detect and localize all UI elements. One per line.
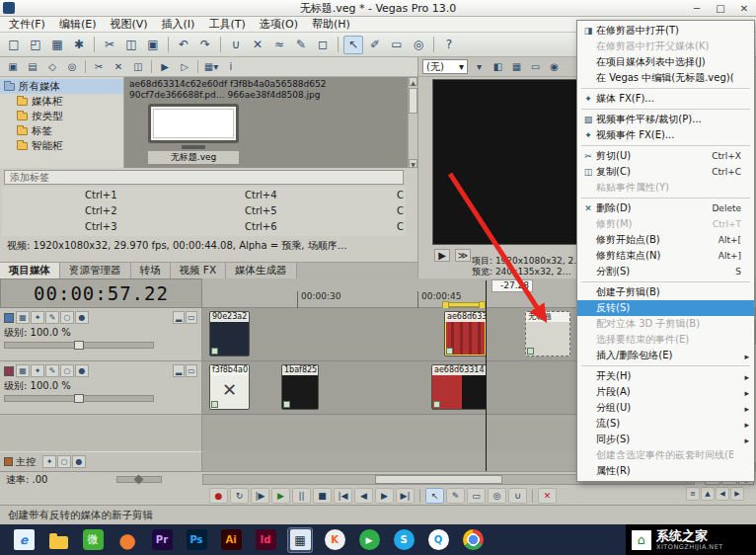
mute-icon[interactable]: ○ bbox=[60, 311, 74, 324]
zoom-edit-tool-icon[interactable]: ◎ bbox=[409, 36, 428, 54]
minimize-track-icon[interactable]: ▂ bbox=[173, 311, 185, 324]
browser-icon[interactable]: e bbox=[12, 528, 36, 552]
context-menu-item[interactable]: ◨ 在修剪器中打开(T) bbox=[577, 23, 754, 39]
minimize-button[interactable]: ─ bbox=[689, 3, 705, 14]
solo-icon[interactable]: ● bbox=[75, 364, 89, 377]
media-list[interactable]: ae68d63314c62e60df f3f8b4a0a56588d652 90… bbox=[124, 77, 408, 168]
track-fx-icon[interactable]: ✦ bbox=[31, 311, 44, 324]
cut-media-icon[interactable]: ✂ bbox=[90, 59, 108, 75]
add-tag-input[interactable]: 添加标签 bbox=[4, 170, 404, 185]
play-button[interactable]: ▶ bbox=[271, 488, 290, 504]
view-dropdown-icon[interactable]: ▦▾ bbox=[202, 59, 220, 75]
automation-icon[interactable]: ✎ bbox=[45, 311, 59, 324]
redo-icon[interactable]: ↷ bbox=[195, 36, 215, 54]
timecode-display[interactable]: 00:00:57.22 bbox=[0, 278, 202, 308]
pause-button[interactable]: || bbox=[292, 488, 311, 504]
master-fx-icon[interactable]: ✦ bbox=[42, 455, 56, 468]
context-menu-item[interactable]: 配对立体 3D 子剪辑(B) bbox=[577, 316, 754, 332]
tree-item[interactable]: 标签 bbox=[0, 123, 123, 138]
save-icon[interactable]: ▦ bbox=[47, 36, 67, 54]
restore-track-icon[interactable]: ▭ bbox=[186, 311, 197, 324]
new-bin-icon[interactable]: ▣ bbox=[4, 59, 22, 75]
mixer-toggle-icon[interactable]: ≡ bbox=[686, 487, 700, 501]
menubar-item[interactable]: 工具(T) bbox=[201, 17, 252, 32]
auto-preview-icon[interactable]: ▷ bbox=[176, 59, 193, 75]
shortcut-row[interactable]: Ctrl+2 Ctrl+5 C bbox=[2, 202, 406, 218]
copy-icon[interactable]: ◫ bbox=[121, 36, 141, 54]
project-thumbnail[interactable] bbox=[148, 104, 239, 143]
stop-button[interactable]: ■ bbox=[313, 488, 332, 504]
preview-play-button[interactable]: ▶ bbox=[434, 249, 450, 262]
illustrator-icon[interactable]: Ai bbox=[219, 528, 243, 552]
slider-thumb[interactable] bbox=[74, 341, 84, 350]
context-menu-item[interactable]: ✕ 删除(D) Delete bbox=[577, 200, 754, 216]
folder-icon[interactable] bbox=[46, 528, 70, 552]
context-menu-item[interactable]: ✂ 剪切(U) Ctrl+X bbox=[577, 148, 754, 164]
paste-icon[interactable]: ▣ bbox=[143, 36, 163, 54]
dock-tab[interactable]: 项目媒体 bbox=[0, 263, 60, 278]
next-frame-button[interactable]: ▶ bbox=[375, 488, 394, 504]
vegas-pro-icon[interactable]: ▦ bbox=[288, 528, 312, 552]
context-menu-item[interactable]: 流(S) bbox=[577, 416, 754, 432]
automation-icon[interactable]: ✎ bbox=[45, 364, 59, 377]
rate-slider[interactable] bbox=[116, 476, 162, 483]
external-monitor-icon[interactable]: ▭ bbox=[527, 59, 544, 74]
scroll-left-icon[interactable]: ◀ bbox=[716, 487, 729, 501]
snap-toggle-button[interactable]: ∪ bbox=[508, 488, 527, 504]
media-properties-icon[interactable]: i bbox=[222, 59, 240, 75]
photoshop-icon[interactable]: Ps bbox=[185, 528, 208, 552]
timeline-clip[interactable]: 1baf825 bbox=[281, 364, 319, 410]
dock-tab[interactable]: 视频 FX bbox=[171, 263, 227, 278]
kmplayer-icon[interactable]: K bbox=[323, 528, 346, 552]
playhead-cursor[interactable] bbox=[486, 280, 487, 471]
normal-edit-tool-icon[interactable]: ↖ bbox=[343, 36, 363, 54]
normal-edit-tool-button[interactable]: ↖ bbox=[425, 488, 444, 504]
envelope-tool-button[interactable]: ✎ bbox=[446, 488, 465, 504]
shortcut-row[interactable]: Ctrl+1 Ctrl+4 C bbox=[2, 187, 406, 202]
snapping-icon[interactable]: ∪ bbox=[226, 36, 246, 54]
timeline-clip[interactable]: ae68d63314c bbox=[444, 311, 487, 357]
tree-item[interactable]: 媒体柜 bbox=[0, 94, 123, 109]
help-icon[interactable]: ? bbox=[439, 36, 459, 54]
track-level-slider[interactable] bbox=[4, 395, 154, 402]
master-solo-icon[interactable]: ● bbox=[72, 455, 86, 468]
play-from-start-button[interactable]: |▶ bbox=[251, 488, 269, 504]
go-to-end-button[interactable]: ▶| bbox=[396, 488, 415, 504]
preview-quality-icon[interactable]: ▾ bbox=[471, 59, 488, 74]
go-to-start-button[interactable]: |◀ bbox=[334, 488, 352, 504]
shortcut-row[interactable]: Ctrl+3 Ctrl+6 C bbox=[2, 218, 406, 234]
track-1-header[interactable]: ▦✦✎○● ▂▭ 级别: 100.0 % bbox=[0, 308, 202, 361]
context-menu-item[interactable]: 插入/删除包络(E) bbox=[577, 348, 754, 363]
menubar-item[interactable]: 帮助(H) bbox=[305, 17, 357, 32]
track-2-header[interactable]: ▦✦✎○● ▂▭ 级别: 100.0 % bbox=[0, 361, 202, 415]
delete-button[interactable]: ✕ bbox=[538, 488, 557, 504]
context-menu-item[interactable]: 修剪结束点(N) Alt+] bbox=[577, 248, 754, 264]
menubar-item[interactable]: 文件(F) bbox=[2, 17, 52, 32]
close-button[interactable]: ✕ bbox=[736, 3, 752, 14]
scroll-up-icon[interactable]: ▲ bbox=[701, 487, 715, 501]
context-menu-item[interactable]: 粘贴事件属性(Y) bbox=[577, 180, 754, 196]
solo-icon[interactable]: ● bbox=[75, 311, 89, 324]
maximize-button[interactable]: □ bbox=[713, 3, 728, 14]
context-menu-item[interactable]: 属性(R) bbox=[577, 463, 754, 479]
context-menu-item[interactable]: 分组(U) bbox=[577, 400, 754, 416]
timeline-clip[interactable]: f3f8b4a0 bbox=[209, 364, 250, 410]
scrollbar-thumb[interactable] bbox=[375, 475, 502, 484]
context-menu-item[interactable]: 修剪开始点(B) Alt+[ bbox=[577, 232, 754, 248]
remove-media-icon[interactable]: ✕ bbox=[110, 59, 127, 75]
media-list-scrollbar[interactable]: ▲ ▼ bbox=[408, 77, 417, 168]
restore-track-icon[interactable]: ▭ bbox=[186, 364, 197, 377]
dock-tab[interactable]: 媒体生成器 bbox=[226, 263, 297, 278]
project-properties-icon[interactable]: ✱ bbox=[69, 36, 89, 54]
context-menu-item[interactable]: ✦ 视频事件 FX(E)... bbox=[577, 127, 754, 143]
tree-item[interactable]: 按类型 bbox=[0, 109, 123, 123]
context-menu-item[interactable]: ▧ 视频事件平移/裁切(P)... bbox=[577, 112, 754, 127]
cut-icon[interactable]: ✂ bbox=[100, 36, 119, 54]
auto-crossfade-icon[interactable]: ✕ bbox=[248, 36, 267, 54]
tag-icon[interactable]: ◇ bbox=[43, 59, 61, 75]
minimize-track-icon[interactable]: ▂ bbox=[173, 364, 185, 377]
grid-overlay-icon[interactable]: ▦ bbox=[508, 59, 525, 74]
context-menu-item[interactable]: 反转(S) bbox=[577, 300, 754, 316]
auto-ripple-icon[interactable]: ≈ bbox=[269, 36, 289, 54]
copy-media-icon[interactable]: ◫ bbox=[129, 59, 147, 75]
